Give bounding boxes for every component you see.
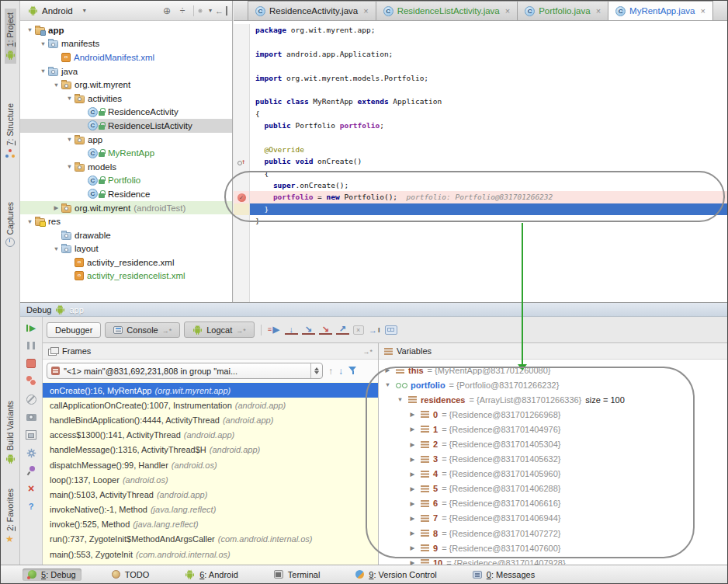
- tree-item-app[interactable]: ▼app: [20, 23, 232, 37]
- settings-icon[interactable]: [25, 447, 37, 458]
- run-to-cursor-icon[interactable]: →: [368, 324, 381, 336]
- close-tab-icon[interactable]: ×: [596, 6, 601, 16]
- editor-gutter[interactable]: [234, 24, 250, 36]
- expand-arrow-icon[interactable]: ▶: [408, 500, 417, 507]
- stack-frame[interactable]: run():737, ZygoteInit$MethodAndArgsCalle…: [43, 532, 378, 547]
- editor-tab-myrentapp-java[interactable]: MyRentApp.java×: [608, 1, 713, 20]
- expand-arrow-icon[interactable]: ▶: [408, 426, 417, 433]
- variable-row[interactable]: ▼portfolio= {Portfolio@831701266232}: [379, 377, 727, 392]
- force-step-into-icon[interactable]: ↘: [319, 325, 332, 335]
- tree-item-portfolio[interactable]: Portfolio: [20, 174, 232, 188]
- stack-frame[interactable]: callApplicationOnCreate():1007, Instrume…: [43, 398, 378, 412]
- variable-row[interactable]: ▶0= {Residence@831701266968}: [379, 407, 727, 422]
- code-editor[interactable]: package org.wit.myrent.app;import androi…: [234, 21, 727, 302]
- view-breakpoints-icon[interactable]: [25, 376, 37, 387]
- close-icon[interactable]: ×: [25, 483, 37, 494]
- stack-frame[interactable]: invokeNative():-1, Method(java.lang.refl…: [43, 502, 378, 517]
- tree-expand-arrow[interactable]: ▼: [38, 68, 48, 75]
- dropdown-spinner-icon[interactable]: [310, 363, 322, 378]
- tree-expand-arrow[interactable]: ▼: [51, 245, 61, 252]
- expand-arrow-icon[interactable]: ▶: [408, 471, 417, 478]
- editor-gutter[interactable]: [234, 144, 250, 155]
- tree-item-java[interactable]: ▼java: [20, 64, 232, 78]
- editor-gutter[interactable]: [234, 108, 250, 120]
- restore-layout-icon[interactable]: [362, 346, 373, 356]
- thread-dump-icon[interactable]: [25, 412, 37, 422]
- thread-selector-dropdown[interactable]: "<1> main"@831,692,231,808 in group "mai…: [47, 363, 323, 379]
- tree-item-layout[interactable]: ▼layout: [20, 242, 232, 256]
- editor-gutter[interactable]: [234, 60, 250, 71]
- variable-row[interactable]: ▶this= {MyRentApp@831701260080}: [379, 363, 727, 377]
- editor-gutter[interactable]: [234, 215, 250, 227]
- breakpoint-icon[interactable]: ✓: [237, 193, 246, 202]
- tree-expand-arrow[interactable]: ▼: [25, 218, 35, 225]
- tree-item-androidmanifest-xml[interactable]: AndroidManifest.xml: [20, 50, 232, 64]
- stop-icon[interactable]: [25, 358, 37, 369]
- statusbar-button-todo[interactable]: TODO: [106, 568, 155, 581]
- mute-breakpoints-icon[interactable]: [25, 394, 37, 405]
- restore-layout-icon[interactable]: [25, 429, 37, 440]
- tree-item-org-wit-myrent[interactable]: ▶org.wit.myrent(androidTest): [20, 201, 232, 215]
- tree-item-activity-residence-xml[interactable]: activity_residence.xml: [20, 255, 232, 269]
- tree-expand-arrow[interactable]: ▶: [51, 204, 61, 211]
- stack-frame[interactable]: invoke():525, Method(java.lang.reflect): [43, 517, 378, 532]
- expand-arrow-icon[interactable]: ▶: [408, 515, 417, 522]
- variable-row[interactable]: ▶5= {Residence@831701406288}: [379, 481, 727, 496]
- statusbar-button-android[interactable]: 6: Android: [179, 568, 244, 581]
- editor-gutter[interactable]: ↑: [234, 155, 250, 167]
- stack-frame[interactable]: onCreate():16, MyRentApp(org.wit.myrent.…: [43, 383, 378, 398]
- stack-frame[interactable]: handleMessage():1316, ActivityThread$H(a…: [43, 443, 378, 457]
- next-frame-icon[interactable]: ↓: [338, 366, 343, 377]
- locate-file-icon[interactable]: ⊕: [160, 5, 174, 16]
- tree-expand-arrow[interactable]: ▼: [25, 26, 35, 33]
- debug-tab-logcat[interactable]: Logcat: [184, 322, 255, 338]
- stack-frame[interactable]: main():553, ZygoteInit(com.android.inter…: [43, 547, 378, 561]
- tree-item-models[interactable]: ▼models: [20, 160, 232, 174]
- editor-gutter[interactable]: [234, 36, 250, 47]
- tree-expand-arrow[interactable]: ▼: [64, 136, 75, 143]
- editor-gutter[interactable]: [234, 72, 250, 84]
- tree-expand-arrow[interactable]: ▼: [64, 95, 75, 102]
- tree-item-myrentapp[interactable]: MyRentApp: [20, 146, 232, 160]
- tree-expand-arrow[interactable]: ▼: [51, 82, 61, 89]
- step-over-icon[interactable]: ↓: [285, 325, 298, 335]
- editor-gutter[interactable]: [234, 96, 250, 107]
- tree-item-residence[interactable]: Residence: [20, 187, 232, 201]
- variable-row[interactable]: ▶7= {Residence@831701406944}: [379, 511, 727, 526]
- variable-row[interactable]: ▼residences= {ArrayList@831701266336}siz…: [379, 392, 727, 407]
- editor-gutter[interactable]: [234, 179, 250, 191]
- step-into-icon[interactable]: ↘: [302, 325, 315, 335]
- statusbar-button-terminal[interactable]: Terminal: [269, 568, 326, 581]
- pin-icon[interactable]: [25, 465, 37, 476]
- toolwindow-button-captures[interactable]: Captures: [5, 198, 16, 252]
- pause-icon[interactable]: [25, 340, 37, 351]
- editor-gutter[interactable]: [234, 203, 250, 215]
- stack-frame[interactable]: access$1300():141, ActivityThread(androi…: [43, 428, 378, 443]
- editor-gutter[interactable]: [234, 84, 250, 96]
- close-tab-icon[interactable]: ×: [363, 6, 368, 16]
- hide-panel-icon[interactable]: ←: [213, 6, 227, 16]
- help-icon[interactable]: ?: [25, 501, 37, 512]
- tree-item-activity-residencelist-xml[interactable]: activity_residencelist.xml: [20, 269, 232, 283]
- close-tab-icon[interactable]: ×: [505, 6, 510, 16]
- previous-frame-icon[interactable]: ↑: [328, 366, 333, 377]
- editor-gutter[interactable]: ✓: [234, 191, 250, 203]
- evaluate-expression-icon[interactable]: [385, 325, 397, 335]
- stack-frame[interactable]: handleBindApplication():4444, ActivityTh…: [43, 412, 378, 427]
- project-view-selector[interactable]: Android ▾: [25, 4, 89, 17]
- tree-expand-arrow[interactable]: ▼: [38, 40, 48, 47]
- tree-item-app[interactable]: ▼app: [20, 133, 232, 147]
- editor-gutter[interactable]: [234, 168, 250, 179]
- variable-row[interactable]: ▶1= {Residence@831701404976}: [379, 422, 727, 436]
- close-tab-icon[interactable]: ×: [700, 6, 705, 16]
- override-method-icon[interactable]: ↑: [237, 157, 246, 166]
- editor-tab-portfolio-java[interactable]: Portfolio.java×: [517, 1, 608, 20]
- variable-row[interactable]: ▶2= {Residence@831701405304}: [379, 436, 727, 451]
- editor-tab-residenceactivity-java[interactable]: ResidenceActivity.java×: [248, 1, 376, 20]
- expand-arrow-icon[interactable]: ▼: [396, 396, 404, 403]
- tree-item-org-wit-myrent[interactable]: ▼org.wit.myrent: [20, 78, 232, 92]
- tree-item-drawable[interactable]: drawable: [20, 228, 232, 242]
- debug-tab-console[interactable]: Console: [105, 322, 180, 338]
- tree-item-residenceactivity[interactable]: ResidenceActivity: [20, 106, 232, 120]
- debug-tab-debugger[interactable]: Debugger: [47, 322, 101, 338]
